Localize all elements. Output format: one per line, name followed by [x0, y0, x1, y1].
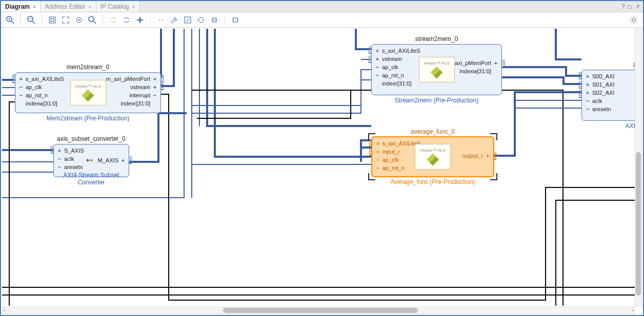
- close-icon[interactable]: ×: [88, 4, 91, 10]
- bus-connector: [12, 75, 15, 83]
- block-subtitle: AXI SmartC: [582, 122, 642, 130]
- port: +s_axi_AXILiteS: [18, 76, 64, 82]
- tab-label: Address Editor: [45, 3, 85, 10]
- target-icon[interactable]: [73, 14, 85, 26]
- help-icon[interactable]: ?: [621, 3, 625, 10]
- wrench-icon[interactable]: [168, 14, 180, 26]
- hls-logo: Vivado™ HLS: [419, 57, 455, 82]
- scrollbar-thumb[interactable]: [223, 308, 418, 313]
- close-icon[interactable]: ×: [132, 4, 135, 10]
- block-subtitle: AXI4-Stream Subset Converter: [54, 172, 129, 186]
- port: indexw[31:0]: [459, 68, 498, 74]
- port: +s_axi_AXILiteS: [375, 140, 421, 146]
- tab-bar: Diagram × Address Editor × IP Catalog × …: [1, 1, 643, 12]
- zoom-fit-icon[interactable]: [46, 14, 58, 26]
- expand-v-icon[interactable]: [120, 14, 133, 26]
- port: +S01_AXI: [585, 81, 614, 88]
- bus-connector: [369, 139, 372, 146]
- close-icon[interactable]: ×: [33, 4, 36, 10]
- port: m_axi_pMemPort+: [106, 76, 157, 82]
- bus-connector: [493, 153, 496, 160]
- hls-logo: Vivado™ HLS: [415, 144, 451, 170]
- port: −aresetn: [585, 106, 611, 112]
- port: indexr[31:0]: [375, 80, 411, 87]
- block-subtitle: Mem2stream (Pre-Production): [15, 115, 160, 122]
- bus-connector: [129, 157, 132, 164]
- ip-icon[interactable]: [229, 14, 242, 26]
- block-title: stream2mem_0: [372, 35, 501, 43]
- scroll-left-icon[interactable]: ‹: [4, 307, 5, 313]
- block-mem2stream[interactable]: mem2stream_0 +s_axi_AXILiteS −ap_clk −ap…: [15, 72, 161, 113]
- block-axi-smartconnect[interactable]: axi_sm +S00_AXI +S01_AXI +S02_AXI −aclk …: [581, 70, 642, 121]
- scrollbar-thumb[interactable]: [636, 152, 641, 296]
- block-subtitle: Average_func (Pre-Production): [372, 178, 493, 185]
- popout-icon[interactable]: ↗: [635, 3, 640, 10]
- port: −ap_rst_n: [18, 92, 48, 98]
- svg-rect-8: [51, 18, 54, 22]
- ports-left: +s_axi_AXILiteS −ap_clk −ap_rst_n indexw…: [18, 76, 64, 107]
- svg-rect-7: [49, 17, 55, 23]
- port: +S_AXIS: [57, 148, 84, 154]
- link-icon[interactable]: [155, 14, 167, 26]
- bus-connector: [369, 56, 372, 63]
- block-title: average_func_0: [372, 128, 493, 135]
- check-icon[interactable]: [182, 14, 194, 26]
- add-icon[interactable]: [134, 14, 146, 26]
- ports-left: +s_axi_AXILiteS +input_r −ap_clk −ap_rst…: [375, 140, 421, 171]
- block-subset-converter[interactable]: axis_subset_converter_0 +S_AXIS −aclk −a…: [53, 144, 129, 177]
- ports-right: m_axi_pMemPort+ vstream+ interrupt− inde…: [106, 76, 157, 107]
- svg-line-1: [11, 21, 14, 24]
- params-icon[interactable]: [208, 14, 220, 26]
- vertical-scrollbar[interactable]: [635, 29, 642, 306]
- svg-point-10: [78, 19, 80, 20]
- ports-left: +S00_AXI +S01_AXI +S02_AXI −aclk −areset…: [585, 73, 614, 112]
- reload-icon[interactable]: [195, 14, 207, 26]
- window-controls: ? □ ↗: [621, 1, 643, 12]
- port: −ap_clk: [375, 64, 398, 70]
- settings-icon[interactable]: [628, 14, 640, 26]
- tab-ip-catalog[interactable]: IP Catalog ×: [96, 1, 140, 12]
- port: indexw[31:0]: [18, 100, 57, 107]
- bus-connector: [579, 91, 582, 98]
- bus-connector: [160, 84, 164, 90]
- maximize-icon[interactable]: □: [628, 3, 632, 10]
- diagram-canvas[interactable]: mem2stream_0 +s_axi_AXILiteS −ap_clk −ap…: [2, 29, 642, 306]
- zoom-out-icon[interactable]: [25, 14, 37, 26]
- port: vstream+: [130, 84, 157, 90]
- bus-connector: [160, 75, 164, 83]
- svg-point-21: [632, 18, 635, 22]
- tab-address-editor[interactable]: Address Editor ×: [41, 1, 96, 12]
- tab-label: Diagram: [5, 3, 30, 10]
- bus-connector: [369, 47, 372, 54]
- port: −ap_rst_n: [375, 72, 404, 78]
- horizontal-scrollbar[interactable]: ‹ ›: [2, 307, 635, 314]
- zoom-in-icon[interactable]: [4, 14, 16, 26]
- ports-right: m_axi_pMemPort+ indexw[31:0]: [447, 60, 498, 74]
- search-icon[interactable]: [86, 14, 98, 26]
- scroll-right-icon[interactable]: ›: [632, 307, 633, 313]
- bus-connector: [579, 81, 582, 89]
- port: +s_axi_AXILiteS: [375, 48, 420, 54]
- port: −ap_clk: [18, 84, 42, 90]
- tab-label: IP Catalog: [100, 3, 129, 10]
- ports-left: +S_AXIS −aclk −aresetn: [57, 148, 84, 170]
- block-title: axis_subset_converter_0: [54, 135, 129, 142]
- bus-connector: [369, 149, 372, 156]
- block-subtitle: Stream2mem (Pre-Production): [372, 97, 501, 104]
- port: output_r+: [462, 153, 490, 159]
- collapse-icon[interactable]: [107, 14, 119, 26]
- tab-diagram[interactable]: Diagram ×: [1, 1, 41, 12]
- expand-icon[interactable]: [59, 14, 72, 26]
- ports-left: +s_axi_AXILiteS +vstream −ap_clk −ap_rst…: [375, 48, 420, 87]
- window: Diagram × Address Editor × IP Catalog × …: [0, 0, 644, 316]
- port: −aclk: [57, 156, 74, 162]
- port: −ap_rst_n: [375, 165, 405, 171]
- svg-rect-15: [185, 17, 191, 23]
- svg-line-12: [93, 21, 96, 24]
- port: +S02_AXI: [585, 90, 614, 96]
- port: +vstream: [375, 56, 402, 62]
- bus-connector: [501, 60, 505, 67]
- block-stream2mem[interactable]: stream2mem_0 +s_axi_AXILiteS +vstream −a…: [371, 44, 502, 95]
- port: m_axi_pMemPort+: [447, 60, 498, 66]
- block-average-func[interactable]: average_func_0 +s_axi_AXILiteS +input_r …: [371, 136, 494, 177]
